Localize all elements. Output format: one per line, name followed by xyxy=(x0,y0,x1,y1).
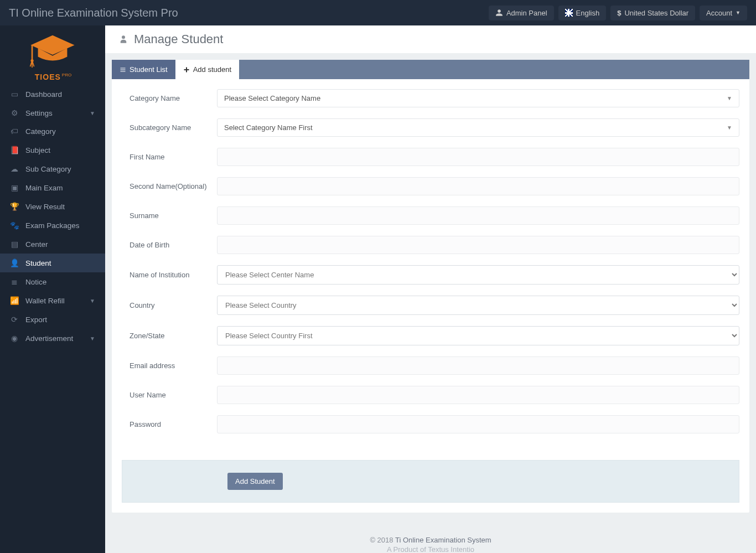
uk-flag-icon xyxy=(565,9,573,17)
label-username: User Name xyxy=(122,391,217,399)
sidebar-item-label: Student xyxy=(25,259,51,267)
label-institution: Name of Institution xyxy=(122,271,217,279)
dashboard-icon: ▭ xyxy=(10,90,19,99)
zone-select[interactable]: Please Select Country First xyxy=(217,326,739,345)
sidebar-item-label: Notice xyxy=(25,278,46,286)
chevron-down-icon: ▼ xyxy=(727,125,732,131)
svg-rect-8 xyxy=(184,69,189,70)
sidebar-item-view-result[interactable]: 🏆View Result xyxy=(0,197,105,216)
sub-category-icon: ☁ xyxy=(10,164,19,173)
category-dropdown[interactable]: Please Select Category Name ▼ xyxy=(217,89,739,107)
label-email: Email address xyxy=(122,361,217,370)
dollar-icon: $ xyxy=(617,9,621,17)
caret-down-icon: ▼ xyxy=(90,298,95,304)
sidebar: TIOESPRO ▭Dashboard⚙Settings▼🏷Category📕S… xyxy=(0,25,105,553)
sidebar-item-dashboard[interactable]: ▭Dashboard xyxy=(0,85,105,104)
dob-field[interactable] xyxy=(217,236,739,254)
main-exam-icon: ▣ xyxy=(10,183,19,192)
admin-panel-button[interactable]: Admin Panel xyxy=(489,6,554,20)
sidebar-item-sub-category[interactable]: ☁Sub Category xyxy=(0,159,105,178)
label-subcategory: Subcategory Name xyxy=(122,123,217,132)
label-second-name: Second Name(Optional) xyxy=(122,182,217,190)
sidebar-item-label: Category xyxy=(25,127,56,136)
add-student-button[interactable]: Add Student xyxy=(227,473,283,490)
sidebar-item-settings[interactable]: ⚙Settings▼ xyxy=(0,104,105,122)
panel: Student List Add student Category Name P… xyxy=(112,60,749,513)
add-student-form: Category Name Please Select Category Nam… xyxy=(112,79,749,460)
sidebar-item-exam-packages[interactable]: 🐾Exam Packages xyxy=(0,216,105,235)
sidebar-item-main-exam[interactable]: ▣Main Exam xyxy=(0,178,105,197)
footer-sub: A Product of Textus Intentio xyxy=(105,545,756,553)
sidebar-item-label: View Result xyxy=(25,203,65,211)
language-button[interactable]: English xyxy=(558,6,607,20)
exam-packages-icon: 🐾 xyxy=(10,221,19,230)
sidebar-item-label: Main Exam xyxy=(25,184,63,192)
footer: © 2018 Ti Online Examination System A Pr… xyxy=(105,519,756,553)
view-result-icon: 🏆 xyxy=(10,202,19,211)
email-field[interactable] xyxy=(217,356,739,375)
label-dob: Date of Birth xyxy=(122,241,217,249)
svg-point-3 xyxy=(122,35,125,39)
surname-field[interactable] xyxy=(217,206,739,225)
label-zone: Zone/State xyxy=(122,332,217,340)
tab-student-list[interactable]: Student List xyxy=(112,60,175,79)
sidebar-item-advertisement[interactable]: ◉Advertisement▼ xyxy=(0,329,105,348)
wallet-refill-icon: 📶 xyxy=(10,296,19,305)
caret-down-icon: ▼ xyxy=(90,110,95,116)
center-icon: ▤ xyxy=(10,240,19,249)
export-icon: ⟳ xyxy=(10,315,19,324)
svg-rect-6 xyxy=(121,71,126,71)
sidebar-item-label: Center xyxy=(25,240,48,249)
username-field[interactable] xyxy=(217,386,739,404)
sidebar-item-label: Exam Packages xyxy=(25,221,80,230)
footer-link[interactable]: Ti Online Examination System xyxy=(395,536,491,544)
advertisement-icon: ◉ xyxy=(10,334,19,343)
second-name-field[interactable] xyxy=(217,177,739,195)
sidebar-item-label: Wallet Refill xyxy=(25,297,65,305)
caret-down-icon: ▼ xyxy=(736,10,741,15)
category-icon: 🏷 xyxy=(10,127,19,136)
tabs: Student List Add student xyxy=(112,60,749,79)
chevron-down-icon: ▼ xyxy=(727,95,732,101)
app-title: TI Online Examination System Pro xyxy=(9,7,484,19)
list-icon xyxy=(120,66,126,73)
sidebar-item-export[interactable]: ⟳Export xyxy=(0,310,105,329)
user-icon xyxy=(495,9,503,17)
caret-down-icon: ▼ xyxy=(90,335,95,342)
notice-icon: ≣ xyxy=(10,277,19,286)
main-content: Manage Student Student List Add student … xyxy=(105,25,756,553)
page-header: Manage Student xyxy=(105,25,756,53)
sidebar-nav: ▭Dashboard⚙Settings▼🏷Category📕Subject☁Su… xyxy=(0,85,105,348)
sidebar-item-student[interactable]: 👤Student xyxy=(0,254,105,272)
label-first-name: First Name xyxy=(122,153,217,161)
sidebar-item-category[interactable]: 🏷Category xyxy=(0,122,105,141)
tab-add-student[interactable]: Add student xyxy=(175,60,239,79)
sidebar-item-label: Sub Category xyxy=(25,165,71,173)
sidebar-item-wallet-refill[interactable]: 📶Wallet Refill▼ xyxy=(0,291,105,310)
subcategory-dropdown[interactable]: Select Category Name First ▼ xyxy=(217,118,739,137)
cap-icon xyxy=(28,31,77,71)
page-title: Manage Student xyxy=(134,32,223,46)
country-select[interactable]: Please Select Country xyxy=(217,296,739,315)
account-button[interactable]: Account ▼ xyxy=(700,6,747,20)
svg-marker-0 xyxy=(30,35,74,55)
logo: TIOESPRO xyxy=(0,25,105,85)
label-country: Country xyxy=(122,301,217,309)
student-icon: 👤 xyxy=(10,259,19,267)
password-field[interactable] xyxy=(217,415,739,433)
topbar: TI Online Examination System Pro Admin P… xyxy=(0,0,756,25)
sidebar-item-center[interactable]: ▤Center xyxy=(0,235,105,254)
sidebar-item-subject[interactable]: 📕Subject xyxy=(0,141,105,159)
currency-button[interactable]: $ United States Dollar xyxy=(610,6,695,20)
sidebar-item-label: Subject xyxy=(25,146,50,154)
settings-icon: ⚙ xyxy=(10,108,19,117)
label-password: Password xyxy=(122,420,217,428)
sidebar-item-label: Settings xyxy=(25,109,53,117)
plus-icon xyxy=(183,66,190,73)
svg-rect-4 xyxy=(121,68,126,68)
sidebar-item-label: Advertisement xyxy=(25,334,73,343)
sidebar-item-notice[interactable]: ≣Notice xyxy=(0,272,105,291)
institution-select[interactable]: Please Select Center Name xyxy=(217,265,739,285)
person-icon xyxy=(118,34,128,44)
first-name-field[interactable] xyxy=(217,148,739,166)
